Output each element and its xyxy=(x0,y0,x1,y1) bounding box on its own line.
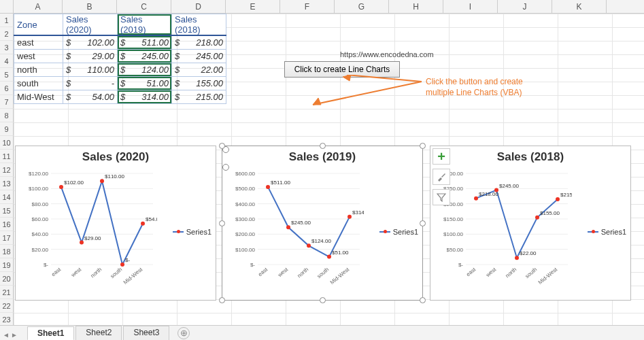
row-head-2[interactable]: 2 xyxy=(0,27,14,41)
chart-legend-2020: Series1 xyxy=(173,228,211,236)
row-head-7[interactable]: 7 xyxy=(0,95,14,109)
row-head-21[interactable]: 21 xyxy=(0,286,14,299)
header-2018[interactable]: Sales (2018) xyxy=(172,14,226,36)
cell-value[interactable]: $- xyxy=(63,76,118,90)
row-head-6[interactable]: 6 xyxy=(0,82,14,95)
svg-text:east: east xyxy=(257,266,269,277)
row-head-15[interactable]: 15 xyxy=(0,204,14,218)
row-head-20[interactable]: 20 xyxy=(0,272,14,286)
svg-text:$200.00: $200.00 xyxy=(235,231,255,237)
header-2020[interactable]: Sales (2020) xyxy=(63,14,118,36)
sheet-tab-sheet3[interactable]: Sheet3 xyxy=(123,326,169,340)
cell-zone[interactable]: east xyxy=(14,35,63,49)
resize-handle[interactable] xyxy=(219,297,225,303)
cell-value[interactable]: $51.00 xyxy=(118,76,172,90)
add-sheet-button[interactable]: ⊕ xyxy=(177,327,190,339)
row-head-8[interactable]: 8 xyxy=(0,109,14,122)
col-head-C[interactable]: C xyxy=(117,0,171,13)
cell-value[interactable]: $245.00 xyxy=(172,49,226,63)
row-head-14[interactable]: 14 xyxy=(0,190,14,204)
col-head-A[interactable]: A xyxy=(14,0,63,13)
cell-value[interactable]: $314.00 xyxy=(118,90,172,103)
svg-text:$40.00: $40.00 xyxy=(32,231,49,237)
svg-text:east: east xyxy=(50,266,63,277)
svg-text:$-: $- xyxy=(44,262,48,268)
row-head-10[interactable]: 10 xyxy=(0,136,14,150)
cell-value[interactable]: $29.00 xyxy=(63,49,118,63)
data-table[interactable]: Zone Sales (2020) Sales (2019) Sales (20… xyxy=(14,14,226,104)
row-head-9[interactable]: 9 xyxy=(0,122,14,136)
chart-filter-funnel-icon[interactable] xyxy=(433,189,450,205)
row-head-22[interactable]: 22 xyxy=(0,299,14,313)
col-head-G[interactable]: G xyxy=(335,0,389,13)
header-2019[interactable]: Sales (2019) xyxy=(118,14,172,36)
table-row: west$29.00$245.00$245.00 xyxy=(14,49,226,63)
tab-nav[interactable]: ◄ ► xyxy=(3,331,18,339)
chart-style-brush-icon[interactable] xyxy=(433,169,450,185)
svg-text:$155.00: $155.00 xyxy=(540,210,560,216)
header-zone[interactable]: Zone xyxy=(14,14,63,36)
col-head-D[interactable]: D xyxy=(171,0,226,13)
col-head-F[interactable]: F xyxy=(280,0,335,13)
resize-handle[interactable] xyxy=(420,220,426,226)
svg-text:$102.00: $102.00 xyxy=(64,180,84,186)
col-head-E[interactable]: E xyxy=(226,0,280,13)
cell-zone[interactable]: Mid-West xyxy=(14,90,63,103)
cell-value[interactable]: $124.00 xyxy=(118,63,172,76)
cell-zone[interactable]: west xyxy=(14,49,63,63)
table-row: south$-$51.00$155.00 xyxy=(14,76,226,90)
cell-value[interactable]: $102.00 xyxy=(63,35,118,49)
cell-value[interactable]: $245.00 xyxy=(118,49,172,63)
cell-value[interactable]: $22.00 xyxy=(172,63,226,76)
cell-value[interactable]: $218.00 xyxy=(172,35,226,49)
svg-text:$80.00: $80.00 xyxy=(32,201,49,207)
chart-2020[interactable]: Sales (2020) $-$20.00$40.00$60.00$80.00$… xyxy=(15,146,216,301)
cell-value[interactable]: $215.00 xyxy=(172,90,226,103)
cell-value[interactable]: $110.00 xyxy=(63,63,118,76)
row-head-17[interactable]: 17 xyxy=(0,231,14,245)
cell-value[interactable]: $155.00 xyxy=(172,76,226,90)
row-head-4[interactable]: 4 xyxy=(0,54,14,68)
select-all-corner[interactable] xyxy=(0,0,14,13)
tab-nav-next-icon[interactable]: ► xyxy=(11,331,18,339)
resize-handle[interactable] xyxy=(320,143,326,149)
svg-point-51 xyxy=(307,243,311,248)
row-head-12[interactable]: 12 xyxy=(0,163,14,177)
chart-element-plus-icon[interactable]: + xyxy=(433,148,450,165)
row-head-18[interactable]: 18 xyxy=(0,245,14,258)
cell-zone[interactable]: south xyxy=(14,76,63,90)
sheet-tab-sheet1[interactable]: Sheet1 xyxy=(27,326,74,340)
row-head-11[interactable]: 11 xyxy=(0,150,14,163)
col-head-J[interactable]: J xyxy=(498,0,552,13)
col-head-I[interactable]: I xyxy=(443,0,498,13)
sheet-tab-sheet2[interactable]: Sheet2 xyxy=(75,326,122,340)
row-head-19[interactable]: 19 xyxy=(0,258,14,272)
resize-handle[interactable] xyxy=(420,143,426,149)
svg-text:$215.00: $215.00 xyxy=(560,192,572,198)
resize-handle[interactable] xyxy=(320,297,326,303)
col-head-K[interactable]: K xyxy=(552,0,607,13)
chart-2018[interactable]: Sales (2018) $-$50.00$100.00$150.00$200.… xyxy=(430,146,631,301)
col-head-B[interactable]: B xyxy=(63,0,117,13)
row-head-16[interactable]: 16 xyxy=(0,218,14,231)
cell-zone[interactable]: north xyxy=(14,63,63,76)
row-head-13[interactable]: 13 xyxy=(0,177,14,190)
resize-handle[interactable] xyxy=(420,297,426,303)
chart-2019[interactable]: Sales (2019) $-$100.00$200.00$300.00$400… xyxy=(222,146,423,301)
svg-text:$60.00: $60.00 xyxy=(32,216,49,222)
row-head-1[interactable]: 1 xyxy=(0,14,14,27)
row-head-5[interactable]: 5 xyxy=(0,68,14,82)
svg-text:$29.00: $29.00 xyxy=(84,235,101,241)
row-head-23[interactable]: 23 xyxy=(0,313,14,326)
caption-text: Click the button and create multiple Lin… xyxy=(426,76,523,98)
row-head-3[interactable]: 3 xyxy=(0,41,14,54)
chart-plot-2019: $-$100.00$200.00$300.00$400.00$500.00$60… xyxy=(228,169,364,292)
resize-handle[interactable] xyxy=(219,143,225,149)
cell-value[interactable]: $511.00 xyxy=(118,35,172,49)
legend-marker-icon xyxy=(173,231,184,233)
col-head-H[interactable]: H xyxy=(389,0,443,13)
svg-text:$110.00: $110.00 xyxy=(105,173,124,180)
cell-value[interactable]: $54.00 xyxy=(63,90,118,103)
tab-nav-prev-icon[interactable]: ◄ xyxy=(3,331,10,339)
resize-handle[interactable] xyxy=(219,220,225,226)
